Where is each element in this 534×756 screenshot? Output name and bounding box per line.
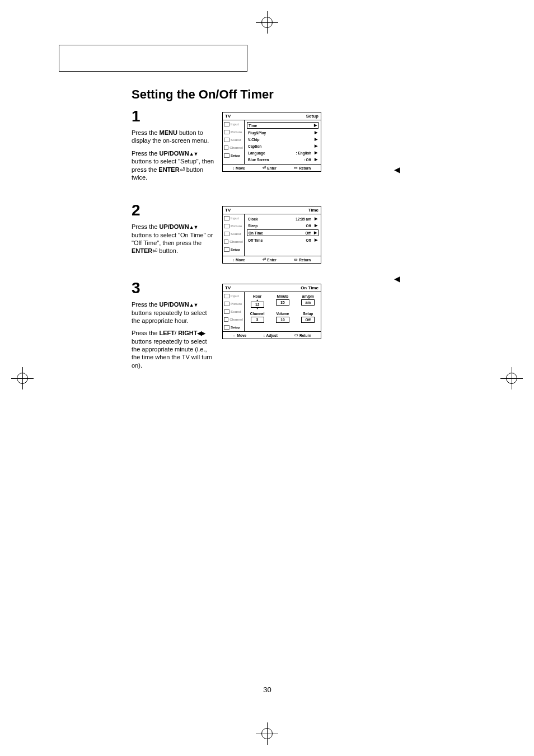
move-icon: ↔: [232, 334, 236, 337]
page-frame: Setting the On/Off Timer ◀ ◀ 1 Press the…: [59, 45, 476, 711]
osd-on-time-menu: TV On Time Input Picture Sound Channel S…: [222, 284, 321, 339]
field-minute: Minute 35: [272, 294, 293, 309]
field-setup: Setup Off: [298, 312, 318, 323]
field-hour: Hour ▲ 12 ▼: [247, 294, 268, 309]
step-1: 1 Press the MENU button to display the o…: [132, 109, 476, 186]
menu-row: Language: English▶: [247, 150, 318, 156]
move-icon: ↕: [233, 258, 235, 262]
step-number: 2: [132, 203, 216, 218]
crop-mark-right: [500, 367, 523, 389]
sidebar-item-setup: Setup: [223, 246, 244, 253]
header-box: [59, 45, 247, 72]
osd-footer: ↕Move ⏎Enter ▭Return: [223, 164, 321, 171]
crop-mark-top: [256, 11, 278, 34]
enter-icon: ⏎: [180, 166, 185, 173]
osd-sidebar: Input Picture Sound Channel Setup: [223, 214, 245, 256]
step-2: 2 Press the UP/DOWN▲▼ buttons to select …: [132, 203, 476, 264]
sidebar-item-picture: Picture: [223, 222, 244, 230]
sidebar-item-input: Input: [223, 214, 244, 222]
field-ampm: am/pm am: [298, 294, 318, 309]
step-3: 3 Press the UP/DOWN▲▼ buttons repeatedly…: [132, 280, 476, 374]
menu-row: V-Chip▶: [247, 137, 318, 142]
sidebar-item-input: Input: [223, 292, 244, 300]
step-paragraph: Press the UP/DOWN▲▼ buttons to select "S…: [132, 149, 216, 182]
return-icon: ▭: [294, 257, 298, 262]
enter-icon: ⏎: [263, 257, 266, 262]
step-number: 3: [132, 280, 216, 296]
adjust-icon: ↕: [263, 334, 265, 337]
step-number: 1: [132, 109, 216, 124]
menu-row-off-time: Off TimeOff▶: [247, 237, 318, 243]
osd-section: On Time: [301, 285, 318, 290]
up-down-arrow-icon: ▲▼: [189, 224, 198, 230]
up-down-arrow-icon: ▲▼: [189, 302, 198, 308]
osd-title: TV: [225, 208, 231, 213]
down-arrow-icon: ▼: [247, 308, 268, 310]
osd-time-menu: TV Time Input Picture Sound Channel Setu…: [222, 206, 321, 264]
enter-icon: ⏎: [263, 166, 266, 170]
caret-right-icon: ▶: [314, 123, 317, 128]
sidebar-item-sound: Sound: [223, 230, 244, 238]
return-icon: ▭: [294, 333, 298, 337]
sidebar-item-input: Input: [223, 120, 244, 128]
page-title: Setting the On/Off Timer: [132, 87, 476, 102]
osd-footer: ↕Move ⏎Enter ▭Return: [223, 256, 321, 263]
sidebar-item-sound: Sound: [223, 136, 244, 144]
sidebar-item-channel: Channel: [223, 238, 244, 246]
menu-row-time: Time▶: [247, 122, 318, 129]
menu-row-sleep: SleepOff▶: [247, 223, 318, 228]
field-volume: Volume 10: [272, 312, 293, 323]
sidebar-item-picture: Picture: [223, 128, 244, 136]
field-channel: Channel 3: [247, 312, 268, 323]
menu-row: Caption▶: [247, 143, 318, 149]
crop-mark-left: [11, 367, 34, 389]
osd-sidebar: Input Picture Sound Channel Setup: [223, 292, 245, 331]
sidebar-item-channel: Channel: [223, 316, 244, 323]
menu-row-clock: Clock12:35 am▶: [247, 216, 318, 222]
sidebar-item-channel: Channel: [223, 144, 244, 152]
side-arrow-icon: ◀: [394, 274, 400, 283]
side-arrow-icon: ◀: [394, 165, 400, 174]
sidebar-item-sound: Sound: [223, 308, 244, 316]
sidebar-item-setup: Setup: [223, 152, 244, 159]
sidebar-item-setup: Setup: [223, 323, 244, 331]
osd-section: Setup: [306, 114, 318, 119]
enter-icon: ⏎: [152, 247, 157, 254]
menu-row: Plug&Play▶: [247, 130, 318, 135]
up-down-arrow-icon: ▲▼: [189, 151, 198, 157]
osd-title: TV: [225, 285, 231, 290]
page-number: 30: [263, 685, 271, 694]
osd-section: Time: [308, 208, 318, 213]
step-paragraph: Press the UP/DOWN▲▼ buttons repeatedly t…: [132, 300, 216, 325]
step-paragraph: Press the UP/DOWN▲▼ buttons to select "O…: [132, 223, 216, 255]
menu-row-on-time: On TimeOff▶: [247, 229, 318, 236]
osd-sidebar: Input Picture Sound Channel Setup: [223, 120, 245, 164]
move-icon: ↕: [233, 166, 235, 170]
osd-setup-menu: TV Setup Input Picture Sound Channel Set…: [222, 112, 321, 172]
crop-mark-bottom: [256, 722, 278, 745]
osd-footer: ↔Move ↕Adjust ▭Return: [223, 331, 321, 339]
step-paragraph: Press the MENU button to display the on-…: [132, 129, 216, 145]
left-right-arrow-icon: ◀▶: [197, 330, 205, 336]
step-paragraph: Press the LEFT/ RIGHT◀▶ buttons repeated…: [132, 329, 216, 369]
sidebar-item-picture: Picture: [223, 300, 244, 308]
menu-row: Blue Screen: Off▶: [247, 157, 318, 162]
return-icon: ▭: [294, 166, 298, 170]
osd-title: TV: [225, 114, 231, 119]
